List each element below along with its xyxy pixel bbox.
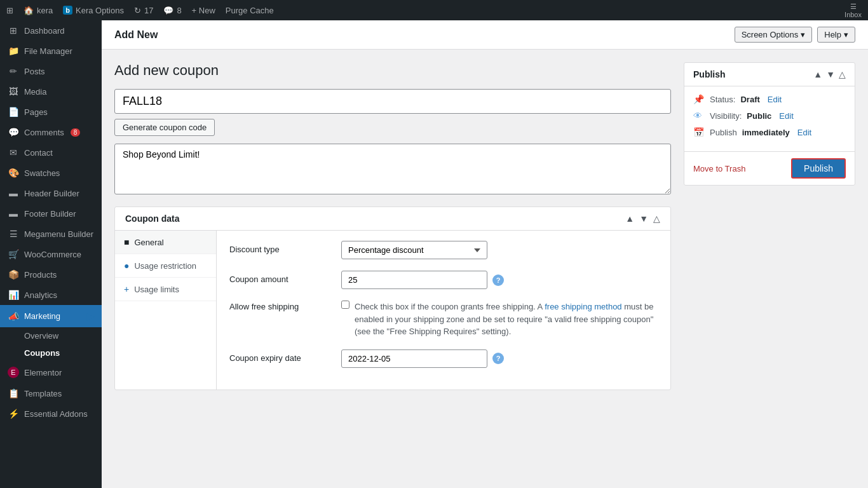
sidebar-item-templates[interactable]: 📋 Templates (0, 383, 102, 403)
comments-icon: 💬 (8, 127, 19, 137)
usage-limits-tab-icon: + (124, 284, 129, 294)
generate-coupon-code-button[interactable]: Generate coupon code (114, 119, 215, 136)
sidebar-item-label: Comments (24, 128, 64, 137)
sidebar-item-swatches[interactable]: 🎨 Swatches (0, 163, 102, 183)
wp-logo[interactable]: ⊞ (6, 6, 13, 15)
discount-type-control: Percentage discount Fixed cart discount … (341, 241, 658, 259)
allow-free-shipping-checkbox[interactable] (341, 301, 349, 309)
sidebar-item-label: Contact (24, 148, 53, 158)
coupon-code-input[interactable] (114, 89, 671, 114)
purge-cache-link[interactable]: Purge Cache (226, 6, 274, 15)
discount-type-select[interactable]: Percentage discount Fixed cart discount … (341, 241, 487, 259)
collapse-up-icon[interactable]: ▲ (625, 214, 634, 224)
plugin-link[interactable]: b Kera Options (63, 6, 124, 15)
visibility-value: Public (747, 111, 771, 121)
coupon-amount-field: Coupon amount ? (229, 271, 658, 289)
inbox-button[interactable]: ☰ Inbox (844, 3, 862, 18)
screen-options-button[interactable]: Screen Options ▾ (735, 27, 813, 43)
sidebar-item-header-builder[interactable]: ▬ Header Builder (0, 183, 102, 203)
sidebar-item-media[interactable]: 🖼 Media (0, 81, 102, 102)
comments-link[interactable]: 💬 8 (163, 6, 181, 15)
usage-restriction-tab-icon: ● (124, 261, 129, 271)
publish-status-row: 📌 Status: Draft Edit (693, 94, 846, 104)
site-name[interactable]: 🏠 kera (24, 6, 53, 15)
coupon-description-textarea[interactable] (114, 144, 671, 194)
sidebar-sub-item-label: Overview (24, 331, 58, 341)
coupon-data-body: ■ General ● Usage restriction + Usage li… (115, 231, 670, 390)
coupon-amount-help-icon[interactable]: ? (492, 274, 504, 286)
media-icon: 🖼 (8, 86, 19, 97)
page-header: Add New Screen Options ▾ Help ▾ (102, 20, 868, 50)
coupon-amount-input[interactable] (341, 271, 487, 289)
sidebar-item-label: Analytics (24, 290, 57, 300)
collapse-icon[interactable]: △ (653, 214, 660, 224)
analytics-icon: 📊 (8, 290, 19, 300)
tab-usage-limits[interactable]: + Usage limits (115, 278, 216, 301)
coupon-expiry-date-help-icon[interactable]: ? (492, 353, 504, 364)
elementor-icon: E (8, 367, 19, 378)
sidebar-item-dashboard[interactable]: ⊞ Dashboard (0, 20, 102, 41)
sidebar-sub-item-label: Coupons (24, 348, 60, 358)
general-tab-content: Discount type Percentage discount Fixed … (217, 231, 670, 390)
tab-general[interactable]: ■ General (115, 231, 216, 254)
inbox-icon: ☰ (850, 3, 857, 11)
sidebar-item-file-manager[interactable]: 📁 File Manager (0, 41, 102, 61)
general-tab-icon: ■ (124, 237, 129, 247)
sidebar-item-label: Marketing (24, 311, 60, 321)
free-shipping-link[interactable]: free shipping method (545, 302, 621, 311)
dashboard-icon: ⊞ (8, 25, 19, 36)
coupon-amount-label: Coupon amount (229, 271, 331, 284)
admin-bar: ⊞ 🏠 kera b Kera Options ↻ 17 💬 8 + New P… (0, 0, 868, 20)
publish-collapse-up-icon[interactable]: ▲ (813, 69, 822, 79)
sidebar-item-comments[interactable]: 💬 Comments 8 (0, 122, 102, 142)
sidebar-item-products[interactable]: 📦 Products (0, 264, 102, 285)
publish-time-edit-link[interactable]: Edit (797, 128, 811, 137)
status-edit-link[interactable]: Edit (768, 95, 782, 104)
publish-button[interactable]: Publish (791, 158, 846, 179)
sidebar-item-elementor[interactable]: E Elementor (0, 362, 102, 383)
sidebar-item-label: Posts (24, 67, 45, 76)
publish-collapse-down-icon[interactable]: ▼ (826, 69, 835, 79)
new-link[interactable]: + New (192, 6, 215, 15)
help-button[interactable]: Help ▾ (817, 27, 855, 43)
updates-link[interactable]: ↻ 17 (134, 6, 153, 15)
coupon-expiry-date-label: Coupon expiry date (229, 349, 331, 363)
sidebar-item-footer-builder[interactable]: ▬ Footer Builder (0, 203, 102, 224)
sidebar-item-label: Templates (24, 389, 62, 398)
page-header-right: Screen Options ▾ Help ▾ (735, 27, 855, 43)
discount-type-field: Discount type Percentage discount Fixed … (229, 241, 658, 259)
sidebar-item-label: Header Builder (24, 189, 79, 198)
coupon-expiry-date-input[interactable] (341, 349, 487, 368)
free-shipping-description: Check this box if the coupon grants free… (355, 301, 658, 338)
visibility-edit-link[interactable]: Edit (779, 111, 793, 121)
sidebar-item-essential-addons[interactable]: ⚡ Essential Addons (0, 403, 102, 424)
publish-header: Publish ▲ ▼ △ (684, 63, 855, 86)
woocommerce-icon: 🛒 (8, 249, 19, 259)
allow-free-shipping-label: Allow free shipping (229, 301, 331, 311)
sidebar-sub-item-coupons[interactable]: Coupons (0, 344, 102, 362)
coupon-data-title: Coupon data (125, 214, 180, 224)
sidebar-item-posts[interactable]: ✏ Posts (0, 61, 102, 81)
sidebar-item-woocommerce[interactable]: 🛒 WooCommerce (0, 244, 102, 264)
sidebar-item-pages[interactable]: 📄 Pages (0, 102, 102, 122)
sidebar-item-megamenu-builder[interactable]: ☰ Megamenu Builder (0, 224, 102, 244)
active-arrow: ▶ (86, 310, 94, 322)
sidebar-item-contact[interactable]: ✉ Contact (0, 142, 102, 163)
collapse-down-icon[interactable]: ▼ (639, 214, 648, 224)
chevron-down-icon: ▾ (801, 30, 805, 39)
file-manager-icon: 📁 (8, 46, 19, 56)
publish-collapse-icon[interactable]: △ (839, 69, 846, 79)
header-builder-icon: ▬ (8, 188, 19, 198)
tab-usage-restriction[interactable]: ● Usage restriction (115, 254, 216, 278)
visibility-icon: 👁 (693, 111, 705, 121)
updates-icon: ↻ (134, 6, 141, 15)
sidebar-item-marketing[interactable]: 📣 Marketing ▶ (0, 305, 102, 327)
coupon-data-header: Coupon data ▲ ▼ △ (115, 207, 670, 231)
move-to-trash-link[interactable]: Move to Trash (693, 164, 745, 173)
sidebar-sub-item-overview[interactable]: Overview (0, 327, 102, 344)
status-icon: 📌 (693, 94, 705, 104)
home-icon: 🏠 (24, 6, 34, 15)
sidebar-item-analytics[interactable]: 📊 Analytics (0, 285, 102, 305)
sidebar-item-label: Footer Builder (24, 209, 76, 219)
meta-box-controls: ▲ ▼ △ (625, 214, 660, 224)
